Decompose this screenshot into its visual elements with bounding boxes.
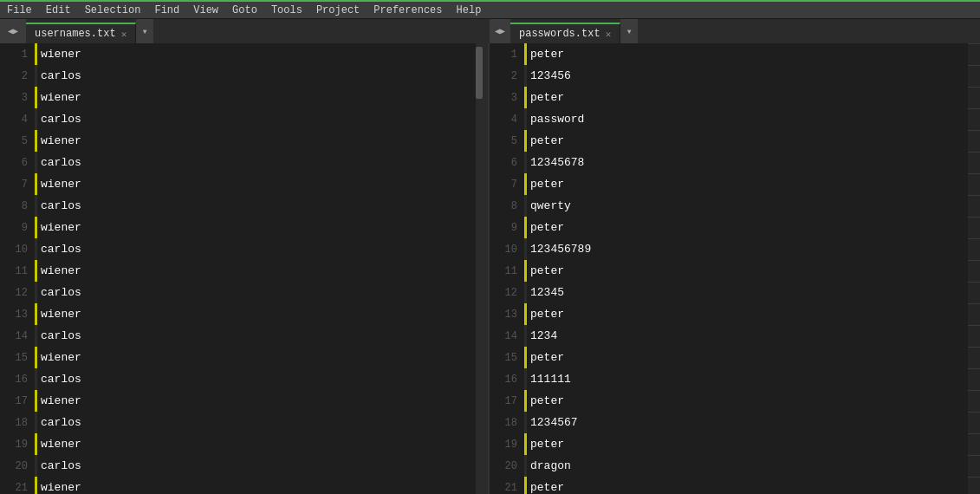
menu-help[interactable]: Help [450, 2, 489, 18]
ruler-tick-15 [968, 347, 980, 368]
left-indicator-14 [35, 325, 37, 347]
tab-usernames-close[interactable]: ✕ [121, 29, 127, 40]
left-scroll-thumb[interactable] [476, 47, 483, 99]
right-code-content[interactable]: peter123456peterpasswordpeter12345678pet… [527, 43, 968, 494]
left-indicator-9 [35, 217, 37, 238]
right-code-line-12: 12345 [530, 282, 968, 303]
right-indicator-17 [524, 390, 527, 412]
right-line-number-21: 21 [496, 477, 517, 494]
ruler-tick-12 [968, 282, 980, 303]
left-pane: 123456789101112131415161718192021 wiener… [0, 43, 490, 494]
nav-arrow-right: ◀▶ [495, 26, 505, 36]
ruler-tick-2 [968, 65, 980, 87]
left-line-number-11: 11 [7, 260, 28, 282]
right-tab-section: ◀▶ passwords.txt ✕ ▼ [490, 19, 980, 43]
left-line-number-6: 6 [7, 152, 28, 173]
tab-passwords[interactable]: passwords.txt ✕ [510, 23, 620, 43]
menu-bar: File Edit Selection Find View Goto Tools… [0, 0, 980, 19]
right-code-line-14: 1234 [530, 325, 968, 347]
left-code-line-14: carlos [41, 325, 476, 347]
menu-selection[interactable]: Selection [78, 2, 148, 18]
right-indicator-4 [524, 108, 527, 130]
left-indicator-11 [35, 260, 37, 282]
right-indicator-11 [524, 260, 527, 282]
right-indicator-3 [524, 87, 527, 108]
right-line-number-10: 10 [496, 238, 517, 260]
ruler-tick-19 [968, 433, 980, 455]
left-indicator-4 [35, 108, 37, 130]
right-code-line-13: peter [530, 303, 968, 325]
menu-file[interactable]: File [0, 2, 39, 18]
left-line-number-5: 5 [7, 130, 28, 152]
menu-preferences[interactable]: Preferences [367, 2, 449, 18]
left-code-line-1: wiener [41, 43, 476, 65]
left-code-line-21: wiener [41, 477, 476, 494]
ruler-tick-4 [968, 108, 980, 130]
right-indicator-6 [524, 152, 527, 173]
left-line-number-7: 7 [7, 173, 28, 195]
left-code-line-8: carlos [41, 195, 476, 217]
right-indicator-7 [524, 173, 527, 195]
tab-passwords-close[interactable]: ✕ [606, 29, 612, 40]
right-pane-dropdown[interactable]: ▼ [620, 19, 638, 43]
right-line-number-9: 9 [496, 217, 517, 238]
right-indicator-1 [524, 43, 527, 65]
right-code-line-8: qwerty [530, 195, 968, 217]
right-indicator-19 [524, 433, 527, 455]
right-pane-nav[interactable]: ◀▶ [490, 19, 510, 43]
right-indicator-18 [524, 412, 527, 433]
menu-edit[interactable]: Edit [39, 2, 78, 18]
right-line-number-13: 13 [496, 303, 517, 325]
left-code-content[interactable]: wienercarloswienercarloswienercarloswien… [37, 43, 476, 494]
right-code-line-15: peter [530, 347, 968, 368]
left-code-line-2: carlos [41, 65, 476, 87]
menu-view[interactable]: View [186, 2, 225, 18]
left-pane-nav[interactable]: ◀▶ [0, 19, 26, 43]
left-code-line-16: carlos [41, 368, 476, 390]
right-line-number-3: 3 [496, 87, 517, 108]
right-code-line-16: 111111 [530, 368, 968, 390]
menu-project[interactable]: Project [309, 2, 367, 18]
right-indicator-21 [524, 477, 527, 494]
left-code-line-15: wiener [41, 347, 476, 368]
ruler-tick-5 [968, 130, 980, 152]
ruler-tick-10 [968, 238, 980, 260]
left-indicator-1 [35, 43, 37, 65]
ruler-tick-7 [968, 173, 980, 195]
tab-usernames-label: usernames.txt [35, 28, 116, 40]
left-scrollbar[interactable] [476, 43, 488, 494]
left-code-line-18: carlos [41, 412, 476, 433]
right-indicator-13 [524, 303, 527, 325]
ruler-tick-18 [968, 412, 980, 433]
left-indicator-15 [35, 347, 37, 368]
right-line-number-11: 11 [496, 260, 517, 282]
left-indicator-2 [35, 65, 37, 87]
left-line-number-16: 16 [7, 368, 28, 390]
left-code-line-7: wiener [41, 173, 476, 195]
left-line-number-1: 1 [7, 43, 28, 65]
menu-tools[interactable]: Tools [264, 2, 309, 18]
left-tab-section: ◀▶ usernames.txt ✕ ▼ [0, 19, 490, 43]
right-code-line-10: 123456789 [530, 238, 968, 260]
left-code-area: 123456789101112131415161718192021 wiener… [0, 43, 488, 494]
left-code-line-5: wiener [41, 130, 476, 152]
ruler-tick-11 [968, 260, 980, 282]
ruler-tick-1 [968, 43, 980, 65]
left-indicator-bar [35, 43, 37, 494]
ruler-tick-3 [968, 87, 980, 108]
left-pane-dropdown[interactable]: ▼ [136, 19, 153, 43]
menu-goto[interactable]: Goto [225, 2, 264, 18]
menu-find[interactable]: Find [147, 2, 186, 18]
right-code-line-20: dragon [530, 455, 968, 477]
right-line-number-16: 16 [496, 368, 517, 390]
left-indicator-6 [35, 152, 37, 173]
right-line-number-19: 19 [496, 433, 517, 455]
right-line-number-20: 20 [496, 455, 517, 477]
right-code-line-5: peter [530, 130, 968, 152]
right-code-line-9: peter [530, 217, 968, 238]
right-code-area: 123456789101112131415161718192021 peter1… [490, 43, 980, 494]
right-line-numbers: 123456789101112131415161718192021 [490, 43, 524, 494]
editor-area: 123456789101112131415161718192021 wiener… [0, 43, 980, 494]
left-code-line-10: carlos [41, 238, 476, 260]
tab-usernames[interactable]: usernames.txt ✕ [26, 23, 136, 43]
